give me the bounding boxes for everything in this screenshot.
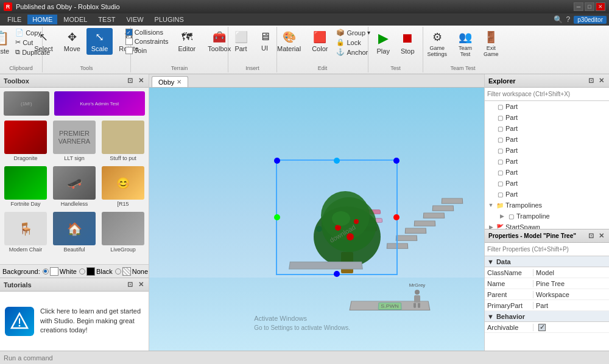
constraints-button[interactable]: Constraints xyxy=(123,37,171,46)
tree-item-trampoline[interactable]: ▶ ▢ Trampoline xyxy=(485,211,609,222)
command-input[interactable] xyxy=(4,354,125,362)
tutorials-close-button[interactable]: ✕ xyxy=(136,281,145,289)
tree-item[interactable]: ▢Part xyxy=(485,112,609,123)
left-panel: Toolbox ⊡ ✕ (1M!) Kuro's Admin xyxy=(0,74,149,351)
explorer-expand-button[interactable]: ⊡ xyxy=(586,77,595,85)
bg-white-radio[interactable] xyxy=(43,268,49,275)
list-item[interactable]: 🪑 Modern Chair xyxy=(2,211,49,254)
menu-plugins[interactable]: PLUGINS xyxy=(150,15,189,24)
scale-button[interactable]: ⤡ Scale xyxy=(86,28,113,55)
close-button[interactable]: ✕ xyxy=(596,2,605,11)
bg-none-label: None xyxy=(132,268,148,275)
background-label: Background: xyxy=(2,268,40,275)
explorer-controls: ⊡ ✕ xyxy=(586,77,605,85)
editor-button[interactable]: 🗺 Editor xyxy=(173,28,200,55)
tree-item[interactable]: ▢Part xyxy=(485,145,609,156)
toolbox-item[interactable]: (1M!) xyxy=(2,90,51,117)
lock-button[interactable]: 🔒 Lock xyxy=(334,38,373,47)
prop-section-behavior[interactable]: ▼ Behavior xyxy=(485,311,609,322)
list-item[interactable]: Stuff to put xyxy=(100,119,146,163)
explorer-filter-input[interactable] xyxy=(487,91,607,97)
list-item[interactable]: Dragonite xyxy=(2,119,49,163)
tree-item[interactable]: ▢Part xyxy=(485,101,609,112)
tree-item[interactable]: ▢Part xyxy=(485,178,609,189)
properties-header: Properties - Model "Pine Tree" ⊡ ✕ xyxy=(485,229,609,243)
menu-file[interactable]: FILE xyxy=(2,15,26,24)
team-test-button[interactable]: 👥 TeamTest xyxy=(453,28,477,60)
bg-white-swatch xyxy=(50,267,58,276)
list-item[interactable]: 🏠 Beautiful xyxy=(51,211,97,254)
collisions-button[interactable]: ✓ Collisions xyxy=(123,28,171,37)
stop-button[interactable]: ⏹ Stop xyxy=(396,28,420,57)
maximize-button[interactable]: □ xyxy=(585,2,594,11)
minimize-button[interactable]: ─ xyxy=(574,2,583,11)
viewport-3d[interactable]: S.PWN MrGrey xyxy=(149,88,484,351)
select-button[interactable]: ↖ Select xyxy=(29,28,58,55)
group-button[interactable]: 📦 Group ▾ xyxy=(334,28,373,37)
bg-none-radio[interactable] xyxy=(115,268,121,275)
menu-model[interactable]: MODEL xyxy=(58,15,92,24)
clipboard-label: Clipboard xyxy=(0,65,42,71)
properties-expand-button[interactable]: ⊡ xyxy=(586,232,595,240)
tree-item[interactable]: ▢Part xyxy=(485,134,609,145)
toolbox-title: Toolbox xyxy=(4,77,29,85)
prop-primarypart[interactable]: PrimaryPart Part xyxy=(485,300,609,311)
tree-item[interactable]: ▢Part xyxy=(485,156,609,167)
archivable-checkbox[interactable]: ✓ xyxy=(538,324,546,331)
ribbon-tools: ↖ Select ✥ Move ⤡ Scale ↻ Rotate Tools xyxy=(43,27,131,72)
bg-white-label: White xyxy=(60,268,77,275)
handle-top[interactable] xyxy=(334,158,340,164)
select-icon: ↖ xyxy=(39,30,48,44)
handle-tr[interactable] xyxy=(393,158,400,164)
bg-white-option[interactable]: White xyxy=(43,267,77,276)
tutorials-controls: ⊡ ✕ xyxy=(125,281,145,289)
menu-home[interactable]: HOME xyxy=(27,15,57,24)
properties-filter[interactable] xyxy=(485,243,609,256)
tab-obby[interactable]: Obby ✕ xyxy=(152,76,188,87)
color-button[interactable]: 🟥 Color xyxy=(307,28,333,55)
properties-close-button[interactable]: ✕ xyxy=(597,232,605,240)
menubar: FILE HOME MODEL TEST VIEW PLUGINS 🔍 ? p3… xyxy=(0,13,609,26)
part-button[interactable]: ⬜ Part xyxy=(230,28,253,55)
bg-black-radio[interactable] xyxy=(79,268,85,275)
toolbox-expand-button[interactable]: ⊡ xyxy=(125,77,134,85)
tree-item-startspawn[interactable]: ▶ 🚩 StartSpawn xyxy=(485,222,609,229)
list-item[interactable]: 🛹 Handleless xyxy=(51,165,97,208)
play-button[interactable]: ▶ Play xyxy=(371,28,394,57)
list-item[interactable]: LiveGroup xyxy=(100,211,146,254)
tree-item-trampolines[interactable]: ▼ 📁 Trampolines xyxy=(485,200,609,211)
tab-obby-close[interactable]: ✕ xyxy=(177,79,181,85)
explorer-close-button[interactable]: ✕ xyxy=(597,77,605,85)
bg-none-option[interactable]: None xyxy=(115,267,148,276)
explorer-filter[interactable] xyxy=(485,88,609,101)
anchor-button[interactable]: ⚓ Anchor xyxy=(334,47,373,57)
move-button[interactable]: ✥ Move xyxy=(59,28,85,55)
tutorials-content[interactable]: Click here to learn and get started with… xyxy=(0,292,149,351)
handle-tl[interactable] xyxy=(274,158,280,164)
user-badge[interactable]: p30editor xyxy=(574,16,607,24)
join-button[interactable]: Join xyxy=(123,46,171,55)
game-settings-button[interactable]: ⚙ GameSettings xyxy=(422,28,452,60)
prop-archivable[interactable]: Archivable ✓ xyxy=(485,322,609,333)
tree-item[interactable]: ▢Part xyxy=(485,167,609,178)
mrGrey-character: MrGrey xyxy=(414,290,421,303)
menu-view[interactable]: VIEW xyxy=(121,15,148,24)
exit-game-button[interactable]: 🚪 ExitGame xyxy=(479,28,504,60)
bg-black-option[interactable]: Black xyxy=(79,267,113,276)
list-item[interactable]: Fortnite Day xyxy=(2,165,49,208)
properties-filter-input[interactable] xyxy=(487,246,607,253)
list-item[interactable]: 😊 [R15 xyxy=(100,165,146,208)
list-item[interactable]: PREMIERVARNERA LLT sign xyxy=(51,119,97,163)
material-button[interactable]: 🎨 Material xyxy=(272,28,306,55)
toolbox-close-button[interactable]: ✕ xyxy=(136,77,145,85)
prop-name[interactable]: Name Pine Tree xyxy=(485,278,609,289)
menu-test[interactable]: TEST xyxy=(93,15,120,24)
tutorials-expand-button[interactable]: ⊡ xyxy=(125,281,134,289)
prop-section-data[interactable]: ▼ Data xyxy=(485,256,609,267)
handle-left[interactable] xyxy=(274,214,280,220)
toolbox-item[interactable]: Kuro's Admin Test xyxy=(53,90,146,117)
tree-item[interactable]: ▢Part xyxy=(485,189,609,200)
paste-button[interactable]: 📋 Paste xyxy=(0,29,12,56)
tree-item[interactable]: ▢Part xyxy=(485,123,609,134)
tutorial-icon xyxy=(5,307,34,336)
